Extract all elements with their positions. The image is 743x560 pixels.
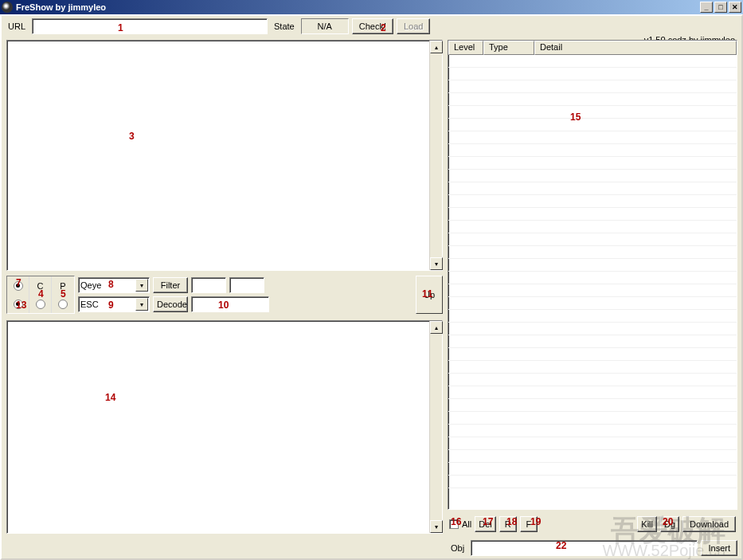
decode-button[interactable]: Decode (153, 296, 188, 312)
radio-c[interactable] (36, 300, 45, 309)
r-button[interactable]: R (499, 516, 517, 532)
mid-toolbar: C P Qeye ▾ Filter ESC ▾ (6, 276, 443, 317)
select-esc[interactable]: ESC ▾ (78, 296, 150, 312)
obj-label: Obj (448, 543, 467, 553)
dg-button[interactable]: Dg (660, 516, 679, 532)
url-row: URL State N/A Check! Load (2, 16, 741, 37)
select-qeye-value: Qeye (80, 280, 101, 290)
scroll-up-icon[interactable]: ▴ (430, 41, 443, 53)
kill-button[interactable]: Kill (637, 516, 657, 532)
col-type[interactable]: Type (483, 41, 534, 55)
lower-scrollbar[interactable]: ▴ ▾ (429, 321, 442, 533)
radio-o-top[interactable] (14, 281, 23, 291)
lower-text-panel[interactable]: ▴ ▾ (6, 320, 443, 534)
radio-label-c: C (37, 281, 44, 291)
up-button[interactable]: Up (416, 276, 443, 314)
title-bar: FreShow by jimmyleo _ □ ✕ (0, 0, 743, 14)
scroll-down-icon[interactable]: ▾ (430, 520, 443, 533)
check-button[interactable]: Check! (352, 18, 393, 34)
radio-o-bot[interactable] (14, 300, 23, 309)
all-checkbox[interactable] (449, 519, 459, 529)
filter-field-1[interactable] (191, 277, 226, 293)
close-button[interactable]: ✕ (729, 2, 741, 13)
decode-field[interactable] (191, 296, 269, 312)
select-esc-value: ESC (80, 300, 99, 309)
load-button[interactable]: Load (397, 18, 430, 34)
col-level[interactable]: Level (448, 41, 483, 55)
all-label: All (462, 519, 471, 529)
window-title: FreShow by jimmyleo (16, 2, 106, 12)
upper-text-panel[interactable]: ▴ ▾ (6, 40, 443, 271)
minimize-button[interactable]: _ (700, 2, 713, 13)
select-qeye[interactable]: Qeye ▾ (78, 277, 150, 293)
download-button[interactable]: Download (682, 516, 736, 532)
obj-row: Obj Insert (448, 538, 737, 558)
insert-button[interactable]: Insert (701, 540, 737, 556)
radio-label-p: P (60, 281, 65, 291)
maximize-button[interactable]: □ (714, 2, 727, 13)
filter-field-2[interactable] (229, 277, 264, 293)
detail-list[interactable]: Level Type Detail (448, 40, 737, 510)
list-header: Level Type Detail (448, 41, 737, 55)
app-icon (2, 2, 13, 13)
dropdown-icon[interactable]: ▾ (135, 279, 148, 292)
obj-input[interactable] (471, 540, 698, 556)
radio-group: C P (6, 276, 75, 314)
url-input[interactable] (32, 18, 268, 34)
dropdown-icon[interactable]: ▾ (135, 298, 148, 311)
f-button[interactable]: F (520, 516, 538, 532)
upper-scrollbar[interactable]: ▴ ▾ (429, 41, 442, 270)
radio-p[interactable] (58, 300, 68, 309)
col-detail[interactable]: Detail (534, 41, 737, 55)
state-value: N/A (301, 18, 349, 34)
state-label: State (271, 22, 298, 31)
list-body (448, 55, 737, 488)
del-button[interactable]: Del (475, 516, 496, 532)
scroll-down-icon[interactable]: ▾ (430, 257, 443, 270)
url-label: URL (5, 22, 29, 31)
scroll-up-icon[interactable]: ▴ (430, 321, 443, 334)
filter-button[interactable]: Filter (153, 277, 188, 293)
list-row[interactable] (448, 55, 737, 68)
bottom-button-row: All Del R F Kill Dg Download (448, 515, 737, 534)
